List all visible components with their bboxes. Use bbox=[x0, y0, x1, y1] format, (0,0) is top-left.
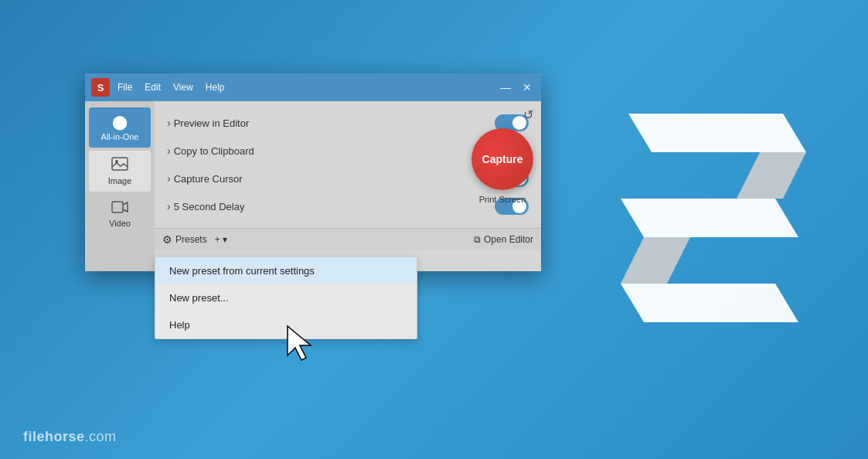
cursor-label: Capture Cursor bbox=[174, 173, 495, 185]
sidebar-item-image[interactable]: Image bbox=[89, 151, 151, 192]
capture-button[interactable]: Capture bbox=[471, 128, 533, 190]
svg-marker-2 bbox=[621, 199, 798, 237]
dropdown-item-new-preset[interactable]: New preset... bbox=[155, 284, 417, 311]
dropdown-item-help[interactable]: Help bbox=[155, 311, 417, 338]
expand-icon-3: › bbox=[167, 172, 171, 185]
preview-label: Preview in Editor bbox=[174, 117, 495, 129]
dropdown-menu: New preset from current settings New pre… bbox=[155, 257, 417, 339]
title-bar: S File Edit View Help — ✕ bbox=[85, 73, 541, 101]
expand-icon-4: › bbox=[167, 200, 171, 212]
sidebar-label-video: Video bbox=[109, 219, 131, 228]
add-label: + ▾ bbox=[215, 234, 227, 245]
watermark: filehorse.com bbox=[23, 429, 117, 445]
svg-marker-4 bbox=[621, 284, 798, 322]
video-icon bbox=[111, 201, 128, 217]
add-preset-button[interactable]: + ▾ bbox=[215, 234, 227, 245]
svg-rect-7 bbox=[112, 202, 123, 212]
gear-icon: ⚙ bbox=[162, 233, 172, 246]
capture-label: Capture bbox=[482, 153, 523, 165]
watermark-text: filehorse bbox=[23, 429, 85, 444]
svg-marker-1 bbox=[737, 152, 806, 199]
open-editor-button[interactable]: ⧉ Open Editor bbox=[474, 234, 533, 245]
clipboard-label: Copy to Clipboard bbox=[174, 145, 495, 157]
svg-rect-5 bbox=[112, 158, 128, 170]
app-window: S File Edit View Help — ✕ ⬤ All-in-One bbox=[85, 73, 541, 271]
app-logo: S bbox=[91, 78, 110, 97]
presets-label: Presets bbox=[175, 234, 207, 245]
watermark-dotcom: .com bbox=[85, 429, 117, 444]
svg-marker-0 bbox=[628, 114, 806, 152]
menu-edit[interactable]: Edit bbox=[145, 82, 161, 93]
menu-view[interactable]: View bbox=[173, 82, 193, 93]
print-screen-label: Print Screen bbox=[479, 195, 526, 204]
app-body: ⬤ All-in-One Image bbox=[85, 101, 541, 271]
menu-file[interactable]: File bbox=[117, 82, 132, 93]
capture-area: ↺ Capture Print Screen bbox=[471, 107, 533, 204]
all-in-one-icon: ⬤ bbox=[112, 114, 128, 131]
expand-icon: › bbox=[167, 117, 171, 129]
dropdown-item-new-preset-current[interactable]: New preset from current settings bbox=[155, 257, 417, 284]
sidebar-item-all-in-one[interactable]: ⬤ All-in-One bbox=[89, 107, 151, 148]
delay-label: 5 Second Delay bbox=[174, 201, 495, 212]
minimize-button[interactable]: — bbox=[498, 81, 513, 94]
main-content-wrapper: › Preview in Editor › Copy to Clipboard … bbox=[155, 101, 541, 271]
sidebar-label-all-in-one: All-in-One bbox=[101, 132, 139, 141]
reset-button[interactable]: ↺ bbox=[523, 107, 533, 122]
snagit-brand-logo bbox=[605, 98, 822, 361]
logo-letter: S bbox=[97, 82, 104, 94]
sidebar: ⬤ All-in-One Image bbox=[85, 101, 155, 271]
image-icon bbox=[111, 157, 128, 175]
open-editor-label: Open Editor bbox=[484, 234, 533, 245]
menu-help[interactable]: Help bbox=[206, 82, 225, 93]
open-editor-icon: ⧉ bbox=[474, 234, 481, 245]
close-button[interactable]: ✕ bbox=[519, 81, 535, 94]
window-controls: — ✕ bbox=[498, 81, 535, 94]
svg-marker-3 bbox=[621, 237, 690, 284]
menu-bar: File Edit View Help bbox=[117, 82, 498, 93]
bottom-toolbar: ⚙ Presets + ▾ ⧉ Open Editor New preset f… bbox=[155, 228, 541, 250]
sidebar-item-video[interactable]: Video bbox=[89, 195, 151, 234]
presets-button[interactable]: ⚙ Presets bbox=[162, 233, 207, 246]
expand-icon-2: › bbox=[167, 144, 171, 157]
sidebar-label-image: Image bbox=[108, 176, 132, 185]
